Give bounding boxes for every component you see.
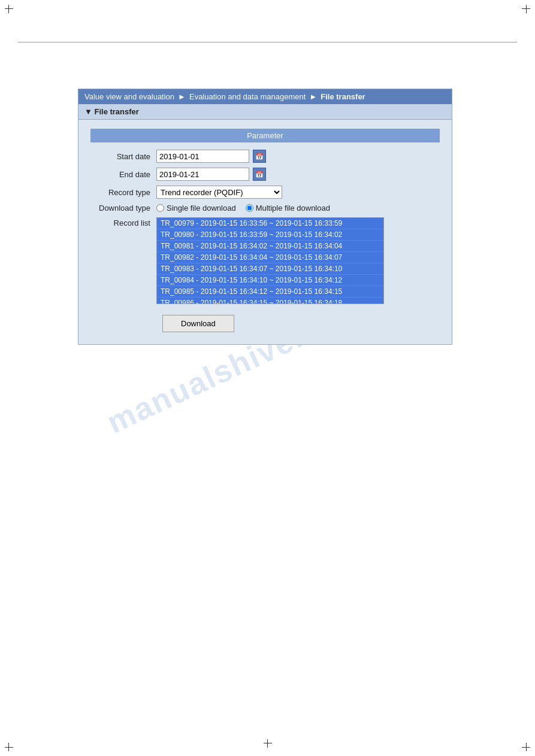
breadcrumb-bar: Value view and evaluation ► Evaluation a… — [78, 89, 452, 104]
bottom-center-mark — [264, 739, 272, 748]
record-list[interactable]: TR_00979 - 2019-01-15 16:33:56 ~ 2019-01… — [156, 217, 384, 304]
download-type-label: Download type — [90, 204, 156, 212]
record-list-label: Record list — [90, 217, 156, 227]
start-date-label: Start date — [90, 152, 156, 161]
param-header: Parameter — [90, 129, 440, 142]
breadcrumb-sep2: ► — [309, 92, 317, 101]
multiple-file-radio[interactable] — [246, 204, 253, 212]
breadcrumb-part1: Value view and evaluation — [84, 92, 174, 101]
radio-group: Single file download Multiple file downl… — [156, 204, 330, 212]
single-file-option[interactable]: Single file download — [156, 204, 236, 212]
download-type-controls: Single file download Multiple file downl… — [156, 204, 440, 212]
multiple-file-option[interactable]: Multiple file download — [246, 204, 330, 212]
list-item[interactable]: TR_00979 - 2019-01-15 16:33:56 ~ 2019-01… — [157, 218, 383, 229]
breadcrumb-part3: File transfer — [321, 92, 365, 101]
list-item[interactable]: TR_00985 - 2019-01-15 16:34:12 ~ 2019-01… — [157, 286, 383, 297]
list-item[interactable]: TR_00983 - 2019-01-15 16:34:07 ~ 2019-01… — [157, 263, 383, 275]
top-divider — [18, 42, 517, 42]
end-date-calendar-icon[interactable]: 📅 — [253, 168, 266, 181]
end-date-input[interactable] — [156, 168, 249, 181]
main-panel: Value view and evaluation ► Evaluation a… — [78, 89, 452, 345]
record-type-row: Record type Trend recorder (PQDIF) — [90, 186, 440, 199]
corner-tl — [5, 5, 17, 17]
list-item[interactable]: TR_00986 - 2019-01-15 16:34:15 ~ 2019-01… — [157, 297, 383, 304]
corner-br — [518, 739, 530, 751]
list-item[interactable]: TR_00984 - 2019-01-15 16:34:10 ~ 2019-01… — [157, 275, 383, 286]
list-item[interactable]: TR_00980 - 2019-01-15 16:33:59 ~ 2019-01… — [157, 229, 383, 241]
record-type-controls: Trend recorder (PQDIF) — [156, 186, 440, 199]
start-date-row: Start date 📅 — [90, 150, 440, 163]
end-date-row: End date 📅 — [90, 168, 440, 181]
corner-bl — [5, 739, 17, 751]
record-type-select[interactable]: Trend recorder (PQDIF) — [156, 186, 282, 199]
corner-tr — [518, 5, 530, 17]
end-date-label: End date — [90, 170, 156, 179]
breadcrumb-sep1: ► — [178, 92, 186, 101]
record-list-row: Record list TR_00979 - 2019-01-15 16:33:… — [90, 217, 440, 304]
multiple-file-label: Multiple file download — [256, 204, 330, 212]
single-file-label: Single file download — [167, 204, 236, 212]
record-type-label: Record type — [90, 188, 156, 197]
list-item[interactable]: TR_00981 - 2019-01-15 16:34:02 ~ 2019-01… — [157, 241, 383, 252]
single-file-radio[interactable] — [156, 204, 164, 212]
start-date-input[interactable] — [156, 150, 249, 163]
end-date-controls: 📅 — [156, 168, 440, 181]
start-date-calendar-icon[interactable]: 📅 — [253, 150, 266, 163]
breadcrumb-part2: Evaluation and data management — [189, 92, 306, 101]
section-header: ▼ File transfer — [78, 104, 452, 120]
list-item[interactable]: TR_00982 - 2019-01-15 16:34:04 ~ 2019-01… — [157, 252, 383, 263]
start-date-controls: 📅 — [156, 150, 440, 163]
download-button[interactable]: Download — [162, 315, 234, 332]
content-area: Parameter Start date 📅 End date 📅 Record… — [78, 120, 452, 344]
download-type-row: Download type Single file download Multi… — [90, 204, 440, 212]
